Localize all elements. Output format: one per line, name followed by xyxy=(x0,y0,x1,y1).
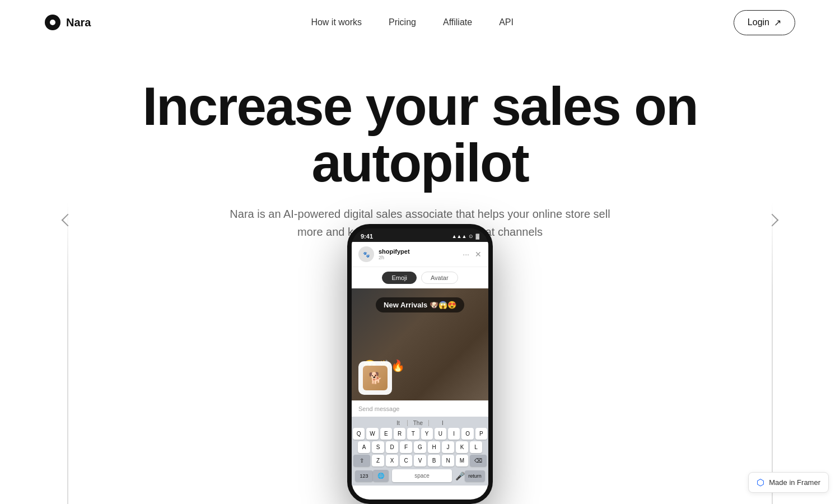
keyboard: It The I Q W E R T Y U I O P xyxy=(352,417,488,486)
kb-key-o[interactable]: O xyxy=(461,428,473,440)
nav-how-it-works[interactable]: How it works xyxy=(311,17,362,27)
hero-title: Increase your sales on autopilot xyxy=(84,78,756,192)
kb-key-e[interactable]: E xyxy=(380,428,392,440)
chat-username: shopifypet xyxy=(379,248,410,255)
avatar-emoji: 🐾 xyxy=(363,251,370,258)
kb-key-s[interactable]: S xyxy=(372,441,384,453)
product-card: 🐕 xyxy=(358,361,392,395)
predictive-word-3[interactable]: I xyxy=(442,420,444,426)
nav-pricing[interactable]: Pricing xyxy=(389,17,416,27)
battery-icon: ▓ xyxy=(475,234,479,239)
predictive-word-1[interactable]: It xyxy=(396,420,400,426)
logo-text: Nara xyxy=(66,16,91,29)
close-chat-icon[interactable]: ✕ xyxy=(475,250,482,259)
kb-key-f[interactable]: F xyxy=(400,441,412,453)
chat-avatar: 🐾 xyxy=(358,246,374,262)
side-border-right xyxy=(772,202,773,504)
more-options-icon[interactable]: ··· xyxy=(463,250,469,259)
kb-key-r[interactable]: R xyxy=(394,428,405,440)
kb-key-c[interactable]: C xyxy=(400,455,412,466)
kb-key-p[interactable]: P xyxy=(475,428,487,440)
kb-key-h[interactable]: H xyxy=(428,441,440,453)
side-border-left xyxy=(67,202,68,504)
login-label: Login xyxy=(748,17,769,27)
kb-numbers[interactable]: 123 xyxy=(355,470,373,482)
kb-key-a[interactable]: A xyxy=(358,441,370,453)
status-time: 9:41 xyxy=(361,233,373,240)
wifi-icon: ⊙ xyxy=(469,234,473,239)
kb-mic-icon[interactable]: 🎤 xyxy=(455,472,465,480)
login-arrow-icon: ↗ xyxy=(774,17,781,28)
chat-user-info: 🐾 shopifypet 2h xyxy=(358,246,410,262)
tab-avatar[interactable]: Avatar xyxy=(421,272,458,284)
kb-key-y[interactable]: Y xyxy=(421,428,433,440)
kb-key-k[interactable]: K xyxy=(456,441,468,453)
framer-logo-icon: ⬡ xyxy=(757,477,764,488)
logo[interactable]: Nara xyxy=(45,15,91,30)
product-image: 🐕 xyxy=(363,366,388,390)
story-title: New Arrivals 🐶😱😍 xyxy=(376,297,464,312)
phone-area: 9:41 ▲▲▲ ⊙ ▓ 🐾 shopifypet 2h xyxy=(347,202,493,504)
status-icons: ▲▲▲ ⊙ ▓ xyxy=(452,234,479,239)
kb-key-b[interactable]: B xyxy=(428,455,440,466)
keyboard-bottom-row: 123 🌐 space 🎤 return xyxy=(353,468,487,483)
predictive-row: It The I xyxy=(353,420,487,426)
kb-space[interactable]: space xyxy=(392,469,452,482)
kb-key-n[interactable]: N xyxy=(442,455,454,466)
kb-key-j[interactable]: J xyxy=(442,441,454,453)
chat-header: 🐾 shopifypet 2h ··· ✕ xyxy=(352,242,488,267)
kb-key-x[interactable]: X xyxy=(386,455,398,466)
nav-affiliate[interactable]: Affiliate xyxy=(443,17,472,27)
kb-key-w[interactable]: W xyxy=(366,428,378,440)
nav-links: How it works Pricing Affiliate API xyxy=(311,17,514,27)
kb-emoji-icon[interactable]: 🌐 xyxy=(373,470,389,482)
phone-chat: 🐾 shopifypet 2h ··· ✕ Emoji Avatar xyxy=(352,242,488,500)
kb-key-u[interactable]: U xyxy=(435,428,446,440)
framer-badge[interactable]: ⬡ Made in Framer xyxy=(748,472,829,493)
kb-key-m[interactable]: M xyxy=(456,455,468,466)
kb-return[interactable]: return xyxy=(465,470,485,482)
kb-delete[interactable]: ⌫ xyxy=(470,455,487,466)
login-button[interactable]: Login ↗ xyxy=(734,10,795,35)
signal-icon: ▲▲▲ xyxy=(452,234,467,239)
phone-status-bar: 9:41 ▲▲▲ ⊙ ▓ xyxy=(352,228,488,242)
kb-key-d[interactable]: D xyxy=(386,441,398,453)
logo-icon xyxy=(45,15,60,30)
predictive-word-2[interactable]: The xyxy=(407,420,429,426)
kb-key-z[interactable]: Z xyxy=(372,455,384,466)
kb-key-v[interactable]: V xyxy=(414,455,426,466)
send-input[interactable]: Send message xyxy=(358,405,482,412)
story-area: New Arrivals 🐶😱😍 😢👋🔥 🐕 xyxy=(352,288,488,400)
keyboard-row-3: ⇧ Z X C V B N M ⌫ xyxy=(353,455,487,466)
send-message-bar[interactable]: Send message xyxy=(352,400,488,417)
phone-mockup: 9:41 ▲▲▲ ⊙ ▓ 🐾 shopifypet 2h xyxy=(347,224,493,504)
kb-key-g[interactable]: G xyxy=(414,441,426,453)
kb-key-t[interactable]: T xyxy=(407,428,419,440)
tab-emoji[interactable]: Emoji xyxy=(382,272,417,284)
chat-header-actions: ··· ✕ xyxy=(463,250,482,259)
kb-key-i[interactable]: I xyxy=(448,428,460,440)
keyboard-row-2: A S D F G H J K L xyxy=(353,441,487,453)
kb-key-q[interactable]: Q xyxy=(353,428,365,440)
navbar: Nara How it works Pricing Affiliate API … xyxy=(0,0,840,45)
chat-username-area: shopifypet 2h xyxy=(379,248,410,260)
keyboard-row-1: Q W E R T Y U I O P xyxy=(353,428,487,440)
chat-tabs: Emoji Avatar xyxy=(352,267,488,288)
kb-key-l[interactable]: L xyxy=(470,441,482,453)
chat-time-ago: 2h xyxy=(379,255,410,260)
framer-badge-text: Made in Framer xyxy=(769,478,820,487)
kb-shift[interactable]: ⇧ xyxy=(353,455,370,466)
nav-api[interactable]: API xyxy=(499,17,514,27)
